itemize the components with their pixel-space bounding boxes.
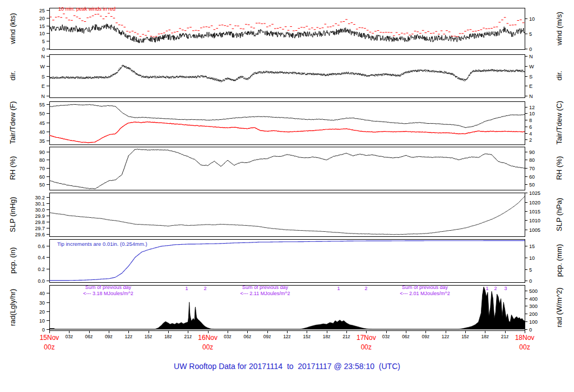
panel-temp: 354045505524681012 [39,102,535,145]
time-tick-label: 15z [145,334,152,339]
tick-label-wind-right: 0 [529,46,532,52]
tick-label-rh-left: 50 [39,182,45,188]
tick-label-pcp-right: 0 [529,278,532,284]
axis-title-slp-right: SLP (hPa) [555,198,563,231]
tick-label-rad-right: 0 [529,327,532,333]
axis-title-wind-left: wind (kts) [8,13,17,44]
time-tick-label: 21z [342,334,350,339]
axis-title-rad-right: rad (W/m^2) [555,287,563,327]
tick-label-rad-right: 400 [529,296,538,302]
axis-title-temp-right: Tair/Tdew (C) [555,101,563,144]
rad-digit-marker: 2 [494,286,497,291]
tick-label-temp-right: 6 [529,124,532,130]
time-tick-label: 18z [323,334,331,339]
rad-digit-marker: 1 [185,286,188,291]
tick-label-wind-left: 0 [42,46,45,52]
tick-label-dir-left: W [40,64,45,69]
tick-label-wind-left: 10 [39,31,45,36]
date-label-00z: 00z [202,343,213,351]
tick-label-pcp-left: 0.2 [38,267,45,272]
tick-label-rh-left: 90 [39,150,45,155]
tick-label-slp-left: 30.2 [35,195,45,200]
peak-wind-legend-note: 10 min. peak winds in red [58,6,115,12]
rad-digit-marker: 3 [504,286,507,291]
rad-sum-note-day1-line2: <--- 3.18 MJoules/m^2 [72,291,145,297]
tick-label-rad-right: 200 [529,311,538,317]
time-axis: 03z06z09z12z15z18z21z03z06z09z12z15z18z2… [40,330,535,351]
tick-label-dir-left: N [41,54,45,59]
tick-label-slp-right: 1015 [529,209,540,214]
series-tdew_f [49,122,525,143]
axis-title-pcp-left: pcp. (in) [8,248,17,274]
tick-label-rad-left: 10 [39,318,45,324]
tick-label-temp-left: 45 [39,120,45,126]
tick-label-dir-left: S [41,74,45,80]
panel-rh: 50607080905060708090 [39,147,535,190]
time-tick-label: 03z [224,334,232,339]
tick-label-pcp-left: 0.4 [38,255,45,260]
date-label: 16Nov [198,334,217,342]
time-tick-label: 09z [105,334,113,339]
rad-sum-note-day1-line1: Sum of previous day [72,284,145,291]
rad-digit-marker: 1 [485,286,488,291]
tick-label-temp-right: 10 [529,111,535,116]
tick-label-dir-left: E [41,83,45,89]
tick-label-dir-left: N [41,94,45,99]
tick-label-pcp-left: 0.0 [38,278,45,284]
tick-label-rh-left: 60 [39,174,45,180]
time-tick-label: 12z [124,334,132,339]
time-tick-label: 03z [65,334,73,339]
time-tick-label: 21z [501,334,509,339]
axis-title-dir-right: dir. [555,71,563,80]
meteogram-page: 05101520250510NWSENNWSEN3540455055246810… [0,0,574,392]
rad-sum-note-day3-line2: <--- 2.01 MJoules/m^2 [388,291,461,297]
date-label: 15Nov [40,334,59,342]
tick-label-rh-right: 70 [529,166,535,171]
series-wind_direction_deg [49,66,525,82]
rad-digit-marker: 2 [203,286,206,291]
tick-label-wind-right: 10 [529,16,535,22]
tick-label-slp-left: 29.9 [35,213,45,219]
tick-label-rad-right: 500 [529,288,538,294]
time-tick-label: 06z [85,334,93,339]
time-tick-label: 18z [164,334,172,339]
tick-label-wind-left: 5 [42,39,45,44]
tick-label-pcp-right: 5 [529,267,532,273]
rad-sum-note-day1: Sum of previous day <--- 3.18 MJoules/m^… [72,284,145,296]
tick-label-rad-left: 40 [39,291,45,296]
date-label: 18Nov [515,334,535,342]
axis-title-slp-left: SLP (inHg) [8,197,17,232]
tick-label-temp-right: 8 [529,118,532,123]
time-tick-label: 03z [382,334,390,339]
tick-label-slp-right: 1010 [529,218,540,223]
tick-label-temp-left: 40 [39,129,45,135]
date-label-00z: 00z [44,343,54,351]
tick-label-rh-left: 70 [39,166,45,171]
tick-label-rh-left: 80 [39,157,45,163]
series-wind_10min_kts [49,24,525,43]
tick-label-dir-right: N [529,54,533,59]
tick-label-rh-right: 90 [529,150,535,155]
rad-sum-note-day2-line2: <--- 2.11 MJoules/m^2 [229,291,302,297]
rad-sum-note-day2-line1: Sum of previous day [229,284,302,291]
meteogram-plot-svg: 05101520250510NWSENNWSEN3540455055246810… [0,0,574,392]
rad-sum-note-day3-line1: Sum of previous day [388,284,461,291]
time-tick-label: 12z [442,334,450,339]
tick-label-dir-right: N [529,94,533,99]
tick-label-slp-left: 29.8 [35,220,45,225]
rad-sum-note-day2: Sum of previous day <--- 2.11 MJoules/m^… [229,284,302,296]
panel-dir: NWSENNWSEN [40,54,535,99]
tick-label-pcp-left: 0.6 [38,244,45,249]
time-tick-label: 09z [422,334,429,339]
time-tick-label: 06z [402,334,410,339]
rad-digit-marker: 2 [364,286,367,291]
tick-label-temp-left: 35 [39,138,45,144]
time-tick-label: 15z [303,334,311,339]
tick-label-slp-left: 30.1 [35,201,45,207]
panel-slp: 29.629.729.829.930.030.130.2100510101015… [35,190,540,237]
axis-title-wind-right: wind (m/s) [555,12,563,45]
time-tick-label: 09z [263,334,271,339]
axis-title-rh-left: RH (%) [8,156,17,180]
time-tick-label: 06z [243,334,251,339]
tick-label-slp-right: 1025 [529,190,540,196]
